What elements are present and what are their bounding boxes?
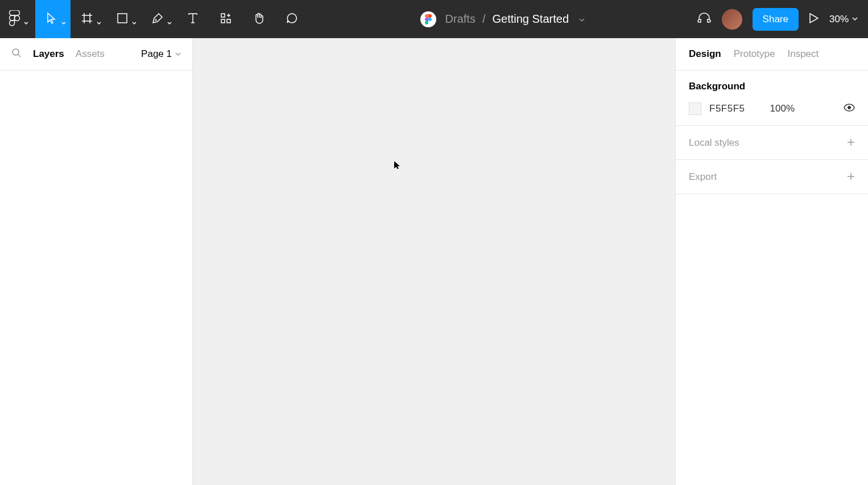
- background-row: F5F5F5 100%: [689, 102, 855, 115]
- resources-icon: [220, 12, 232, 27]
- page-label: Page 1: [141, 48, 172, 60]
- user-avatar[interactable]: [722, 9, 742, 30]
- chevron-down-icon: [61, 17, 66, 22]
- rectangle-icon: [116, 12, 129, 27]
- local-styles-section: Local styles: [676, 126, 868, 160]
- chevron-down-icon[interactable]: [579, 14, 585, 24]
- text-icon: [187, 12, 199, 27]
- design-tab[interactable]: Design: [689, 48, 721, 60]
- right-panel-header: Design Prototype Inspect: [676, 38, 868, 71]
- right-panel: Design Prototype Inspect Background F5F5…: [675, 38, 868, 485]
- eye-icon[interactable]: [844, 104, 855, 114]
- svg-rect-7: [221, 14, 225, 17]
- cursor-icon: [46, 12, 58, 27]
- chevron-down-icon: [852, 17, 858, 21]
- zoom-control[interactable]: 30%: [829, 14, 858, 25]
- export-row: Export: [689, 170, 855, 183]
- svg-line-12: [18, 55, 20, 57]
- file-icon: [420, 11, 436, 27]
- svg-point-10: [428, 18, 432, 21]
- canvas[interactable]: [193, 38, 675, 485]
- zoom-value: 30%: [829, 14, 849, 25]
- headphones-icon[interactable]: [697, 11, 712, 28]
- background-title: Background: [689, 81, 855, 92]
- shape-tool-button[interactable]: [106, 0, 141, 38]
- local-styles-row: Local styles: [689, 136, 855, 149]
- chevron-down-icon: [175, 52, 181, 56]
- breadcrumb-file[interactable]: Getting Started: [492, 13, 569, 26]
- play-icon[interactable]: [809, 13, 819, 26]
- move-tool-button[interactable]: [35, 0, 71, 38]
- left-panel-header: Layers Assets Page 1: [0, 38, 192, 71]
- toolbar-center: Drafts / Getting Started: [308, 11, 697, 27]
- chevron-down-icon: [24, 17, 28, 22]
- page-selector[interactable]: Page 1: [141, 48, 181, 60]
- plus-icon[interactable]: [847, 170, 855, 183]
- color-swatch: [689, 102, 701, 115]
- main-content: Layers Assets Page 1 Design Prototype In…: [0, 38, 868, 485]
- hand-tool-button[interactable]: [242, 0, 275, 38]
- plus-icon[interactable]: [847, 136, 855, 149]
- text-tool-button[interactable]: [176, 0, 209, 38]
- export-title: Export: [689, 171, 717, 183]
- color-opacity: 100%: [770, 103, 795, 114]
- comment-tool-button[interactable]: [275, 0, 308, 38]
- svg-point-6: [155, 19, 157, 20]
- frame-icon: [81, 12, 93, 27]
- export-section: Export: [676, 160, 868, 194]
- svg-rect-8: [221, 19, 225, 23]
- cursor-icon: [394, 161, 402, 172]
- breadcrumb-folder[interactable]: Drafts: [445, 13, 476, 26]
- color-input[interactable]: F5F5F5 100%: [689, 102, 795, 115]
- comment-icon: [286, 12, 298, 27]
- top-toolbar: Drafts / Getting Started Share 30%: [0, 0, 868, 38]
- assets-tab[interactable]: Assets: [76, 48, 105, 60]
- figma-menu-button[interactable]: [0, 0, 35, 38]
- chevron-down-icon: [132, 17, 137, 22]
- figma-icon: [9, 10, 20, 28]
- search-icon[interactable]: [11, 48, 22, 60]
- left-panel: Layers Assets Page 1: [0, 38, 193, 485]
- svg-point-13: [848, 106, 851, 109]
- share-button[interactable]: Share: [753, 8, 799, 31]
- toolbar-right: Share 30%: [697, 0, 868, 38]
- frame-tool-button[interactable]: [71, 0, 106, 38]
- toolbar-left: [0, 0, 308, 38]
- pen-icon: [151, 12, 164, 27]
- pen-tool-button[interactable]: [141, 0, 176, 38]
- svg-point-11: [13, 49, 19, 55]
- inspect-tab[interactable]: Inspect: [787, 48, 819, 60]
- resources-button[interactable]: [209, 0, 242, 38]
- chevron-down-icon: [97, 17, 101, 22]
- svg-point-0: [15, 15, 20, 20]
- svg-rect-5: [118, 14, 127, 23]
- background-section: Background F5F5F5 100%: [676, 71, 868, 126]
- hand-icon: [253, 12, 265, 27]
- layers-tab[interactable]: Layers: [33, 48, 64, 60]
- breadcrumb-separator: /: [482, 13, 486, 26]
- prototype-tab[interactable]: Prototype: [734, 48, 775, 60]
- local-styles-title: Local styles: [689, 137, 739, 149]
- left-tabs: Layers Assets: [11, 48, 105, 60]
- chevron-down-icon: [167, 17, 172, 22]
- color-hex: F5F5F5: [709, 103, 745, 114]
- svg-rect-9: [227, 19, 230, 23]
